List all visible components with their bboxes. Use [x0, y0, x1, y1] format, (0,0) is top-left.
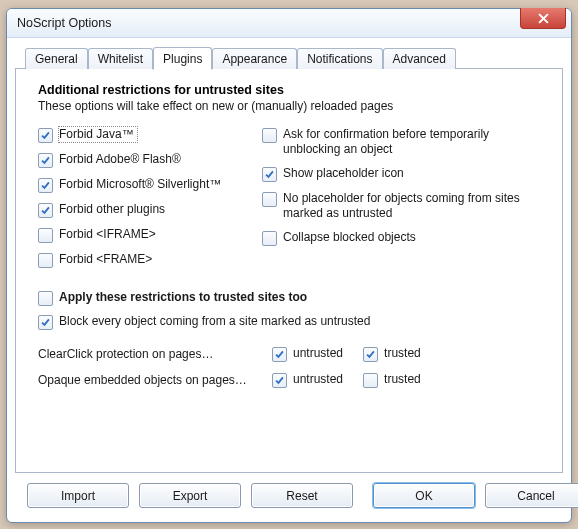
clearclick-trusted-label: trusted [384, 346, 421, 361]
opt-forbid-iframe-label: Forbid <IFRAME> [59, 227, 156, 242]
close-icon [538, 13, 549, 24]
options-column-right: Ask for confirmation before temporarily … [262, 127, 544, 268]
block-untrusted-row[interactable]: Block every object coming from a site ma… [38, 314, 544, 330]
panel-subheading: These options will take effect on new or… [38, 99, 544, 113]
opt-forbid-microsoft-silverlight-label: Forbid Microsoft® Silverlight™ [59, 177, 221, 192]
opt-forbid-java-checkbox[interactable] [38, 128, 53, 143]
window-title: NoScript Options [17, 16, 111, 30]
opt-collapse-blocked-objects-row[interactable]: Collapse blocked objects [262, 230, 544, 246]
clearclick-trusted[interactable]: trusted [363, 346, 421, 362]
reset-button[interactable]: Reset [251, 483, 353, 508]
opt-no-placeholder-for-objects-com-label: No placeholder for objects coming from s… [283, 191, 544, 221]
cancel-button[interactable]: Cancel [485, 483, 578, 508]
opaque-label: Opaque embedded objects on pages… [38, 373, 248, 387]
opt-forbid-microsoft-silverlight-checkbox[interactable] [38, 178, 53, 193]
clearclick-trusted-checkbox[interactable] [363, 347, 378, 362]
opt-forbid-java-row[interactable]: Forbid Java™ [38, 127, 248, 143]
opt-forbid-iframe-row[interactable]: Forbid <IFRAME> [38, 227, 248, 243]
opt-forbid-other-plugins-row[interactable]: Forbid other plugins [38, 202, 248, 218]
clearclick-options: untrusted trusted [272, 346, 421, 362]
opt-forbid-microsoft-silverlight-row[interactable]: Forbid Microsoft® Silverlight™ [38, 177, 248, 193]
opt-forbid-iframe-checkbox[interactable] [38, 228, 53, 243]
opt-ask-for-confirmation-before-te-label: Ask for confirmation before temporarily … [283, 127, 544, 157]
ok-button[interactable]: OK [373, 483, 475, 508]
secondary-options: Apply these restrictions to trusted site… [38, 290, 544, 330]
opt-forbid-other-plugins-label: Forbid other plugins [59, 202, 165, 217]
clearclick-untrusted[interactable]: untrusted [272, 346, 343, 362]
apply-trusted-label: Apply these restrictions to trusted site… [59, 290, 307, 305]
opt-forbid-adobe-flash-row[interactable]: Forbid Adobe® Flash® [38, 152, 248, 168]
options-column-left: Forbid Java™Forbid Adobe® Flash®Forbid M… [38, 127, 248, 268]
clearclick-untrusted-checkbox[interactable] [272, 347, 287, 362]
button-bar: Import Export Reset OK Cancel [15, 473, 563, 514]
tab-plugins[interactable]: Plugins [153, 47, 212, 70]
opt-show-placeholder-icon-row[interactable]: Show placeholder icon [262, 166, 544, 182]
opt-forbid-adobe-flash-label: Forbid Adobe® Flash® [59, 152, 181, 167]
clearclick-untrusted-label: untrusted [293, 346, 343, 361]
tab-notifications[interactable]: Notifications [297, 48, 382, 69]
opaque-trusted-label: trusted [384, 372, 421, 387]
apply-trusted-row[interactable]: Apply these restrictions to trusted site… [38, 290, 544, 306]
opt-forbid-other-plugins-checkbox[interactable] [38, 203, 53, 218]
opt-no-placeholder-for-objects-com-row[interactable]: No placeholder for objects coming from s… [262, 191, 544, 221]
client-area: GeneralWhitelistPluginsAppearanceNotific… [7, 38, 571, 522]
opt-show-placeholder-icon-label: Show placeholder icon [283, 166, 404, 181]
opaque-trusted[interactable]: trusted [363, 372, 421, 388]
apply-trusted-checkbox[interactable] [38, 291, 53, 306]
tab-general[interactable]: General [25, 48, 88, 69]
opaque-options: untrusted trusted [272, 372, 421, 388]
opt-forbid-frame-row[interactable]: Forbid <FRAME> [38, 252, 248, 268]
opaque-trusted-checkbox[interactable] [363, 373, 378, 388]
opt-forbid-adobe-flash-checkbox[interactable] [38, 153, 53, 168]
opt-show-placeholder-icon-checkbox[interactable] [262, 167, 277, 182]
clearclick-label: ClearClick protection on pages… [38, 347, 248, 361]
tab-appearance[interactable]: Appearance [212, 48, 297, 69]
opt-collapse-blocked-objects-checkbox[interactable] [262, 231, 277, 246]
tab-whitelist[interactable]: Whitelist [88, 48, 153, 69]
opt-forbid-frame-checkbox[interactable] [38, 253, 53, 268]
titlebar: NoScript Options [7, 9, 571, 38]
dialog-window: NoScript Options GeneralWhitelistPlugins… [6, 8, 572, 523]
close-button[interactable] [520, 8, 566, 29]
per-page-options: ClearClick protection on pages… untruste… [38, 346, 544, 388]
export-button[interactable]: Export [139, 483, 241, 508]
opaque-untrusted-checkbox[interactable] [272, 373, 287, 388]
tab-strip: GeneralWhitelistPluginsAppearanceNotific… [15, 46, 563, 69]
clearclick-row: ClearClick protection on pages… untruste… [38, 346, 544, 362]
opaque-untrusted-label: untrusted [293, 372, 343, 387]
tab-panel-plugins: Additional restrictions for untrusted si… [15, 68, 563, 473]
block-untrusted-label: Block every object coming from a site ma… [59, 314, 370, 329]
opt-collapse-blocked-objects-label: Collapse blocked objects [283, 230, 416, 245]
opt-no-placeholder-for-objects-com-checkbox[interactable] [262, 192, 277, 207]
opt-forbid-java-label: Forbid Java™ [58, 126, 138, 143]
opaque-untrusted[interactable]: untrusted [272, 372, 343, 388]
opt-ask-for-confirmation-before-te-row[interactable]: Ask for confirmation before temporarily … [262, 127, 544, 157]
block-untrusted-checkbox[interactable] [38, 315, 53, 330]
options-columns: Forbid Java™Forbid Adobe® Flash®Forbid M… [38, 127, 544, 268]
opt-ask-for-confirmation-before-te-checkbox[interactable] [262, 128, 277, 143]
tab-advanced[interactable]: Advanced [383, 48, 456, 69]
import-button[interactable]: Import [27, 483, 129, 508]
opt-forbid-frame-label: Forbid <FRAME> [59, 252, 152, 267]
panel-heading: Additional restrictions for untrusted si… [38, 83, 544, 97]
opaque-row: Opaque embedded objects on pages… untrus… [38, 372, 544, 388]
